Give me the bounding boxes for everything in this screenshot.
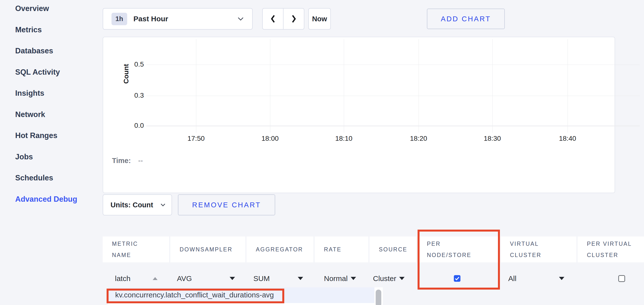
caret-down-icon [230, 277, 235, 280]
metric-suggestion-item[interactable]: kv.concurrency.latch_conflict_wait_durat… [115, 291, 274, 299]
x-tick: 18:00 [255, 135, 285, 142]
per-virtual-cluster-cell [578, 267, 644, 290]
sidebar-item-databases[interactable]: Databases [15, 45, 53, 56]
gridline [146, 65, 640, 65]
rate-select[interactable]: Normal [315, 267, 368, 290]
aggregator-value: SUM [254, 275, 270, 283]
y-tick: 0.0 [114, 122, 144, 129]
sidebar-item-overview[interactable]: Overview [15, 3, 49, 14]
caret-up-icon[interactable] [153, 277, 158, 280]
gridline [270, 39, 270, 133]
downsampler-value: AVG [177, 275, 192, 283]
caret-down-icon [559, 277, 564, 280]
chevron-down-icon [238, 17, 244, 21]
x-tick: 17:50 [181, 135, 211, 142]
x-tick: 18:10 [329, 135, 358, 142]
x-tick: 18:20 [404, 135, 433, 142]
source-value: Cluster [373, 275, 396, 283]
time-range-badge: 1h [112, 13, 127, 25]
time-prev-button[interactable] [263, 8, 284, 29]
chevron-left-icon [270, 14, 276, 24]
column-header-rate: RATE [315, 237, 368, 262]
caret-down-icon [399, 277, 404, 280]
sidebar-item-insights[interactable]: Insights [15, 88, 44, 99]
chevron-right-icon [290, 14, 297, 24]
sidebar-item-hot-ranges[interactable]: Hot Ranges [15, 130, 57, 141]
metric-suggestion-dropdown: kv.concurrency.latch_conflict_wait_durat… [108, 287, 374, 305]
sidebar-item-network[interactable]: Network [15, 109, 45, 120]
x-tick: 18:30 [478, 135, 507, 142]
metric-name-input[interactable] [115, 275, 152, 283]
source-select[interactable]: Cluster [370, 267, 416, 290]
per-virtual-cluster-checkbox[interactable] [618, 275, 625, 282]
add-chart-button[interactable]: ADD CHART [427, 8, 505, 29]
sidebar-item-advanced-debug[interactable]: Advanced Debug [15, 194, 77, 205]
rate-value: Normal [324, 275, 348, 283]
time-range-label: Past Hour [134, 15, 168, 23]
aggregator-select[interactable]: SUM [246, 267, 314, 290]
scrollbar-thumb[interactable] [376, 290, 381, 305]
time-value: -- [138, 157, 143, 165]
now-button[interactable]: Now [308, 8, 331, 30]
check-icon [455, 277, 460, 280]
time-next-button[interactable] [284, 8, 304, 29]
units-select[interactable]: Units: Count [103, 194, 172, 215]
remove-chart-button[interactable]: REMOVE CHART [178, 194, 275, 215]
sidebar-item-sql-activity[interactable]: SQL Activity [15, 67, 60, 78]
x-tick: 18:40 [553, 135, 582, 142]
column-header-aggregator: AGGREGATOR [246, 237, 314, 262]
time-label: Time: [112, 157, 131, 165]
chevron-down-icon [160, 203, 166, 207]
column-header-virtual-cluster: VIRTUAL CLUSTER [501, 237, 576, 262]
sidebar-item-schedules[interactable]: Schedules [15, 173, 53, 183]
hover-time-readout: Time:-- [112, 157, 143, 165]
gridline [492, 39, 492, 133]
caret-down-icon [351, 277, 356, 280]
per-node-store-checkbox[interactable] [454, 275, 460, 282]
per-node-store-cell [418, 267, 500, 290]
gridline [196, 39, 196, 133]
gridline [568, 39, 568, 133]
sidebar-item-metrics[interactable]: Metrics [15, 24, 42, 35]
gridline [344, 39, 344, 133]
column-header-per-virtual-cluster: PER VIRTUAL CLUSTER [578, 237, 644, 262]
y-tick: 0.5 [114, 60, 144, 68]
dropdown-scrollbar[interactable] [374, 287, 383, 305]
column-header-metric-name: METRIC NAME [103, 237, 169, 262]
table-row-metric-name-cell [103, 267, 169, 290]
virtual-cluster-value: All [508, 275, 516, 283]
gridline-zero [146, 126, 640, 126]
units-label: Units: Count [110, 201, 153, 209]
column-header-per-node-store: PER NODE/STORE [418, 237, 500, 262]
chart-panel: Count 0.5 0.3 0.0 17:50 18:00 18:10 18:2… [103, 37, 615, 193]
column-header-source: SOURCE [370, 237, 416, 262]
sidebar: Overview Metrics Databases SQL Activity … [0, 0, 98, 305]
time-range-select[interactable]: 1h Past Hour [103, 8, 253, 30]
gridline [418, 39, 419, 133]
caret-down-icon [298, 277, 303, 280]
downsampler-select[interactable]: AVG [170, 267, 245, 290]
column-header-downsampler: DOWNSAMPLER [170, 237, 245, 262]
time-nav-group [262, 8, 304, 30]
sidebar-item-jobs[interactable]: Jobs [15, 152, 33, 162]
virtual-cluster-select[interactable]: All [501, 267, 576, 290]
advanced-debug-custom-chart-page: Overview Metrics Databases SQL Activity … [0, 0, 644, 305]
gridline [146, 96, 640, 96]
next-suggestion-row [108, 303, 374, 305]
y-tick: 0.3 [114, 91, 144, 99]
